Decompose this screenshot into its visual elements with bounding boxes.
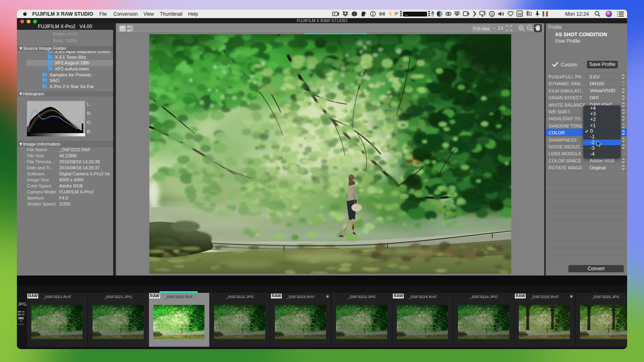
svg-text:22: 22	[518, 12, 522, 16]
svg-text:Q: Q	[490, 12, 493, 16]
svg-text:9°: 9°	[394, 11, 399, 16]
